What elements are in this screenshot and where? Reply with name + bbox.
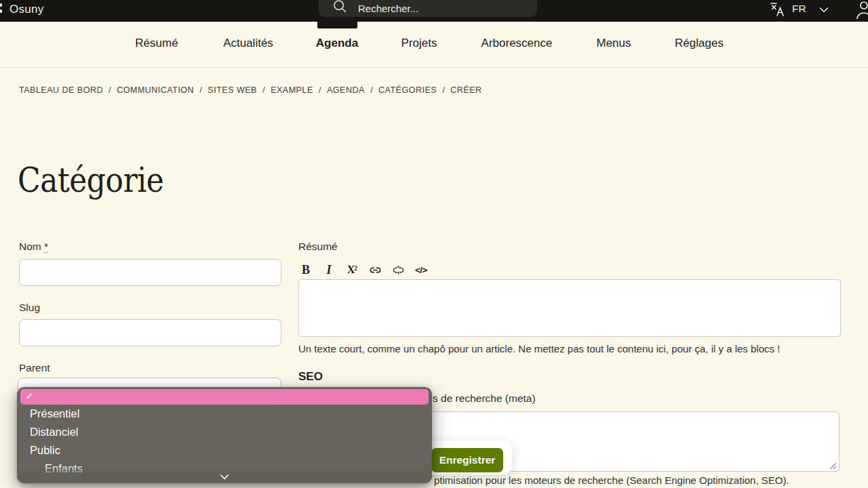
seo-meta-title-label-fragment: s de recherche (meta): [433, 392, 536, 405]
dropdown-option-public[interactable]: Public: [17, 441, 432, 460]
nav-item-menus[interactable]: Menus: [596, 37, 631, 50]
breadcrumb-item[interactable]: COMMUNICATION: [117, 85, 194, 95]
search-input[interactable]: [357, 0, 529, 17]
breadcrumb-item[interactable]: SITES WEB: [208, 85, 257, 95]
chevron-down-icon: [816, 2, 831, 17]
superscript-button[interactable]: X²: [345, 262, 359, 277]
slug-input[interactable]: [19, 319, 281, 346]
nom-input[interactable]: [19, 259, 281, 286]
seo-help-fragment: ptimisation pour les moteurs de recherch…: [434, 474, 841, 486]
bold-button[interactable]: B: [299, 262, 313, 277]
breadcrumb-item[interactable]: CATÉGORIES: [378, 85, 437, 95]
breadcrumb-item[interactable]: AGENDA: [327, 85, 365, 95]
language-code: FR: [792, 0, 806, 18]
search-icon: [332, 0, 347, 14]
language-switcher[interactable]: FR: [766, 0, 837, 20]
dropdown-option-presentiel[interactable]: Présentiel: [17, 405, 432, 423]
unlink-button[interactable]: [391, 262, 405, 277]
site-nav: Résumé Actualités Agenda Projets Arbores…: [0, 22, 868, 68]
dropdown-scroll-chevron-icon[interactable]: [220, 474, 229, 481]
logo-mark-sliver: [0, 3, 2, 7]
breadcrumb-separator: /: [262, 85, 265, 95]
parent-select-dropdown: ✓ Présentiel Distanciel Public Enfants: [17, 387, 432, 483]
seo-heading: SEO: [298, 370, 323, 384]
breadcrumb-item[interactable]: EXAMPLE: [271, 85, 313, 95]
nav-item-arborescence[interactable]: Arborescence: [481, 37, 553, 50]
breadcrumb-separator: /: [319, 85, 321, 95]
nav-item-actualites[interactable]: Actualités: [223, 37, 273, 50]
translate-icon: [769, 1, 785, 18]
osuny-logo[interactable]: Osuny: [9, 0, 44, 18]
parent-label: Parent: [19, 362, 50, 374]
resume-label: Résumé: [298, 241, 338, 253]
account-icon[interactable]: [854, 0, 868, 22]
link-button[interactable]: [368, 262, 382, 277]
top-header-bar: Osuny FR: [0, 0, 868, 22]
breadcrumb-separator: /: [108, 85, 111, 95]
nav-item-projets[interactable]: Projets: [401, 37, 437, 50]
nav-item-reglages[interactable]: Réglages: [675, 37, 724, 50]
breadcrumb-item-current: CRÉER: [450, 85, 481, 95]
page-title: Catégorie: [18, 161, 163, 200]
logo-mark-sliver: [0, 9, 2, 13]
breadcrumb: TABLEAU DE BORD / COMMUNICATION / SITES …: [19, 85, 482, 95]
slug-label: Slug: [19, 302, 40, 314]
active-tab-indicator: [317, 22, 357, 28]
nom-label: Nom *: [19, 241, 48, 253]
nav-item-resume[interactable]: Résumé: [135, 37, 178, 50]
breadcrumb-item[interactable]: TABLEAU DE BORD: [19, 85, 103, 95]
save-button[interactable]: Enregistrer: [431, 448, 503, 472]
richtext-toolbar: B I X² </>: [299, 262, 428, 278]
checkmark-icon: ✓: [26, 391, 33, 401]
breadcrumb-separator: /: [199, 85, 202, 95]
italic-button[interactable]: I: [322, 262, 336, 277]
osuny-admin-page: Osuny FR: [0, 0, 868, 488]
code-button[interactable]: </>: [414, 262, 428, 277]
breadcrumb-separator: /: [370, 85, 373, 95]
required-asterisk: *: [44, 241, 48, 253]
breadcrumb-separator: /: [442, 85, 445, 95]
dropdown-option-blank-selected[interactable]: ✓: [20, 389, 429, 405]
resume-richtext-editor[interactable]: [298, 279, 841, 337]
textarea-resize-handle[interactable]: [829, 463, 837, 470]
header-search-box[interactable]: [319, 0, 537, 17]
dropdown-option-distanciel[interactable]: Distanciel: [17, 423, 432, 441]
nav-item-agenda[interactable]: Agenda: [316, 37, 358, 50]
resume-help-text: Un texte court, comme un chapô pour un a…: [298, 343, 827, 354]
